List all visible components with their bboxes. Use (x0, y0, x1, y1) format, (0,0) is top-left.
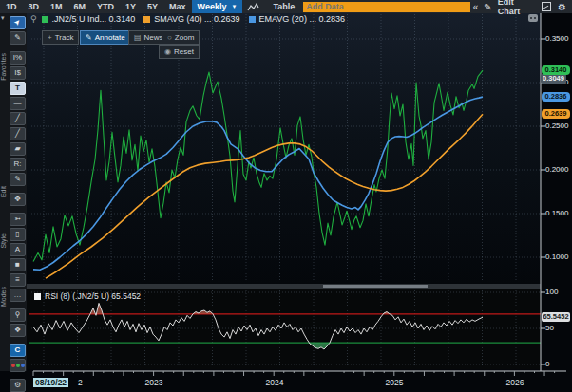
y-axis-label: 0.2000 (545, 165, 568, 174)
pointer-star-tool[interactable]: ➳ (10, 213, 26, 226)
legend-swatch (143, 16, 150, 23)
last-price-badge: 0.3140 (542, 65, 570, 75)
y-axis-label: 0.1500 (545, 209, 568, 217)
zoom-button[interactable]: ○ Zoom (162, 30, 200, 45)
text-cursor-tool[interactable]: T (10, 82, 26, 95)
chart-edit-icon[interactable] (542, 2, 551, 11)
panel-divider-handle[interactable] (323, 285, 428, 288)
x-year-label: 2024 (261, 378, 288, 387)
annotation-percent-tool[interactable]: I% (10, 51, 26, 65)
edit-chart-button[interactable]: Edit Chart (498, 0, 535, 16)
draw-line-tool[interactable]: ✎ (10, 31, 26, 45)
x-year-label: 2023 (141, 378, 167, 387)
annotation-price-tool[interactable]: I$ (10, 66, 26, 80)
rsi-axis-label: 0 (545, 360, 549, 368)
range-tab-ytd[interactable]: YTD (91, 2, 120, 11)
x-start-date-badge[interactable]: 08/19/22 (33, 378, 68, 387)
pencil-tool[interactable]: ✎ (10, 173, 26, 186)
range-tab-1m[interactable]: 1M (45, 2, 68, 11)
panel-divider[interactable] (27, 284, 541, 289)
dashed-lines-tool[interactable]: … (10, 289, 26, 302)
pencil-icon: ✎ (86, 33, 92, 42)
y-axis-label: 0.2500 (545, 121, 568, 130)
add-data-input[interactable] (303, 2, 469, 12)
x-year-label: 2025 (381, 378, 408, 387)
track-button[interactable]: + Track (42, 30, 79, 45)
price-chart-panel[interactable] (27, 13, 541, 284)
range-tabs: 1D3D1M6MYTD1Y5YMax (0, 2, 192, 11)
emavg-badge: 0.2836 (542, 92, 570, 102)
legend-swatch (249, 16, 256, 23)
legend-item-2[interactable]: EMAVG (20) ... 0.2836 (249, 14, 345, 24)
rsi-swatch (34, 293, 41, 300)
legend-item-1[interactable]: SMAVG (40) ... 0.2639 (143, 14, 239, 24)
color-dot (11, 364, 15, 367)
sidebar-collapse-icon[interactable]: ▾ (1, 14, 5, 22)
range-tab-5y[interactable]: 5Y (142, 2, 163, 11)
magnifier-icon: ○ (167, 33, 172, 42)
y-axis-label: 0.3500 (545, 34, 568, 43)
rsi-value-badge: 65.5452 (542, 312, 570, 322)
range-tab-6m[interactable]: 6M (68, 2, 92, 11)
sidebar-tools: ➤✎I%I$T—╱╱▰R:✎✥➳▯A■≡…⚲❖C⚙ (10, 16, 26, 392)
legend-swatch (42, 16, 48, 23)
delete-tool[interactable]: ▯ (10, 228, 26, 241)
rsi-legend[interactable]: RSI (8) (.JN2/5 U) 65.5452 (34, 291, 141, 301)
top-toolbar: 1D3D1M6MYTD1Y5YMax Weekly ▼ Table « ✎ Ed… (0, 0, 572, 13)
gear-icon[interactable]: ⚙ (558, 2, 566, 12)
rsi-axis-label: 50 (545, 324, 554, 332)
range-tab-max[interactable]: Max (163, 2, 192, 11)
smavg-badge: 0.2639 (542, 109, 570, 119)
collapse-panel-icon[interactable]: « (473, 2, 479, 12)
drawing-sidebar: ▾ Favorites Edit Style Modes ➤✎I%I$T—╱╱▰… (0, 13, 27, 371)
table-button[interactable]: Table (264, 2, 303, 11)
trend-line-tool[interactable]: ╱ (10, 112, 26, 125)
reset-button[interactable]: ◉ Reset (159, 45, 200, 59)
crosshair-icon: + (48, 33, 52, 42)
range-tab-1y[interactable]: 1Y (120, 2, 142, 11)
mode-c-tool[interactable]: C (10, 344, 26, 357)
move-tool[interactable]: ✥ (10, 193, 26, 206)
period-label: Weekly (198, 2, 227, 11)
sidebar-section-modes[interactable]: Modes (0, 287, 9, 307)
range-tab-3d[interactable]: 3D (23, 2, 46, 11)
pointer-tool[interactable]: ➤ (10, 16, 26, 29)
news-icon: ▤ (134, 33, 142, 42)
ray-line-tool[interactable]: ╱ (10, 127, 26, 140)
x-axis-labels: 08/19/22 2 2023202420252026 (0, 378, 572, 391)
main-legend: ⚲ .JN2/5 U Ind... 0.3140SMAVG (40) ... 0… (30, 14, 345, 24)
node-tool[interactable]: ❖ (10, 324, 26, 337)
rsi-legend-label: RSI (8) (.JN2/5 U) 65.5452 (45, 291, 141, 301)
reset-icon: ◉ (164, 47, 171, 56)
settings-tool[interactable]: ⚙ (10, 379, 26, 392)
prev-close-badge: 0.3049 (541, 74, 566, 84)
color-dot (16, 364, 20, 367)
attach-tool[interactable]: ⚲ (10, 308, 26, 322)
rectangle-tool[interactable]: ■ (10, 258, 26, 271)
channel-tool[interactable]: ▰ (10, 142, 26, 156)
color-mode-tool[interactable] (10, 359, 26, 372)
regression-tool[interactable]: R: (10, 158, 26, 171)
sidebar-section-favorites[interactable]: Favorites (0, 53, 9, 81)
x-year-label: 2026 (502, 378, 528, 387)
line-chart-icon[interactable] (247, 3, 259, 11)
annotate-button[interactable]: ✎ Annotate (80, 30, 131, 45)
lines-stack-tool[interactable]: ≡ (10, 273, 26, 287)
range-tab-1d[interactable]: 1D (0, 2, 23, 11)
chevron-down-icon: ▼ (231, 4, 237, 9)
sidebar-section-style[interactable]: Style (0, 233, 9, 249)
pencil-icon[interactable]: ✎ (484, 2, 491, 12)
legend-label: EMAVG (20) ... 0.2836 (259, 14, 345, 24)
horizontal-line-tool[interactable]: — (10, 97, 26, 110)
x-residual-label: 2 (78, 378, 83, 387)
legend-label: SMAVG (40) ... 0.2639 (154, 14, 239, 24)
sidebar-section-edit[interactable]: Edit (0, 186, 9, 197)
period-dropdown[interactable]: Weekly ▼ (192, 0, 243, 13)
bloomberg-chart-window: 1D3D1M6MYTD1Y5YMax Weekly ▼ Table « ✎ Ed… (0, 0, 572, 392)
text-annotation-tool[interactable]: A (10, 243, 26, 256)
legend-label: .JN2/5 U Ind... 0.3140 (52, 14, 136, 24)
rsi-axis-label: 100 (545, 288, 558, 296)
pin-icon[interactable]: ⚲ (30, 14, 37, 24)
legend-item-0[interactable]: .JN2/5 U Ind... 0.3140 (42, 14, 136, 24)
y-axis-label: 0.1000 (545, 252, 568, 261)
